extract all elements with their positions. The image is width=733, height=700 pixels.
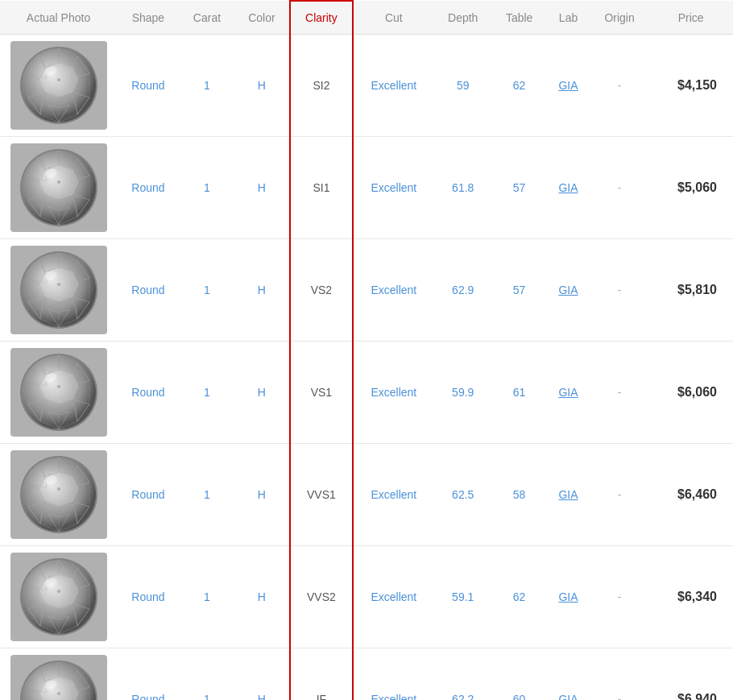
table-row: Round 1 H VS1 Excellent 59.9 61 GIA - $6… <box>0 342 733 444</box>
svg-point-38 <box>57 180 60 184</box>
cell-photo <box>0 546 117 648</box>
cell-shape: Round <box>117 342 180 444</box>
cell-carat: 1 <box>180 137 234 239</box>
cell-clarity: VVS2 <box>290 546 353 648</box>
cell-color: H <box>234 137 290 239</box>
cell-depth: 62.9 <box>433 239 492 342</box>
cell-shape: Round <box>117 444 180 546</box>
cell-table: 57 <box>492 239 546 342</box>
cell-origin: - <box>590 239 649 342</box>
svg-point-98 <box>57 487 60 491</box>
cell-depth: 62.5 <box>433 444 492 546</box>
cell-price: $5,060 <box>648 137 733 239</box>
cell-carat: 1 <box>180 444 234 546</box>
cell-origin: - <box>590 137 649 239</box>
cell-clarity: VS2 <box>290 239 353 342</box>
cell-carat: 1 <box>180 342 234 444</box>
cell-cut: Excellent <box>353 444 433 546</box>
cell-clarity: VS1 <box>290 342 353 444</box>
cell-table: 58 <box>492 444 546 546</box>
cell-price: $6,460 <box>648 444 733 546</box>
col-header-actual-photo: Actual Photo <box>0 1 117 35</box>
cell-table: 61 <box>492 342 546 444</box>
cell-photo <box>0 239 117 342</box>
diamond-image <box>10 41 107 130</box>
cell-price: $5,810 <box>648 239 733 342</box>
cell-depth: 59 <box>433 35 492 137</box>
cell-clarity: IF <box>290 648 353 701</box>
cell-lab[interactable]: GIA <box>546 444 590 546</box>
cell-shape: Round <box>117 35 180 137</box>
cell-shape: Round <box>117 546 180 648</box>
col-header-carat: Carat <box>180 1 234 35</box>
diamond-image <box>10 655 107 700</box>
table-row: Round 1 H SI1 Excellent 61.8 57 GIA - $5… <box>0 137 733 239</box>
cell-lab[interactable]: GIA <box>546 342 590 444</box>
cell-table: 62 <box>492 546 546 648</box>
cell-depth: 62.2 <box>433 648 492 701</box>
cell-lab[interactable]: GIA <box>546 35 590 137</box>
cell-cut: Excellent <box>353 648 433 701</box>
cell-lab[interactable]: GIA <box>546 546 590 648</box>
cell-photo <box>0 137 117 239</box>
svg-point-138 <box>57 692 60 695</box>
cell-table: 60 <box>492 648 546 701</box>
cell-origin: - <box>590 444 649 546</box>
cell-color: H <box>234 444 290 546</box>
cell-origin: - <box>590 35 649 137</box>
cell-price: $6,340 <box>648 546 733 648</box>
cell-cut: Excellent <box>353 546 433 648</box>
table-row: Round 1 H IF Excellent 62.2 60 GIA - $6,… <box>0 648 733 701</box>
cell-clarity: SI1 <box>290 137 353 239</box>
diamond-image <box>10 553 107 641</box>
diamond-image <box>10 348 107 437</box>
col-header-table: Table <box>492 1 546 35</box>
cell-carat: 1 <box>180 648 234 701</box>
cell-carat: 1 <box>180 239 234 342</box>
diamond-table-container: Actual Photo Shape Carat Color Clarity C… <box>0 0 733 700</box>
col-header-origin: Origin <box>590 1 649 35</box>
cell-lab[interactable]: GIA <box>546 648 590 701</box>
cell-color: H <box>234 648 290 701</box>
cell-carat: 1 <box>180 35 234 137</box>
table-row: Round 1 H VVS2 Excellent 59.1 62 GIA - $… <box>0 546 733 648</box>
cell-shape: Round <box>117 137 180 239</box>
col-header-shape: Shape <box>117 1 180 35</box>
cell-price: $6,940 <box>648 648 733 701</box>
cell-carat: 1 <box>180 546 234 648</box>
cell-table: 57 <box>492 137 546 239</box>
col-header-lab: Lab <box>546 1 590 35</box>
col-header-color: Color <box>234 1 290 35</box>
cell-depth: 61.8 <box>433 137 492 239</box>
svg-point-58 <box>57 283 60 286</box>
svg-point-18 <box>57 78 60 81</box>
table-row: Round 1 H SI2 Excellent 59 62 GIA - $4,1… <box>0 35 733 137</box>
diamond-image <box>10 450 107 539</box>
col-header-depth: Depth <box>433 1 492 35</box>
cell-origin: - <box>590 342 649 444</box>
cell-lab[interactable]: GIA <box>546 137 590 239</box>
cell-color: H <box>234 239 290 342</box>
cell-color: H <box>234 35 290 137</box>
cell-lab[interactable]: GIA <box>546 239 590 342</box>
cell-cut: Excellent <box>353 137 433 239</box>
cell-photo <box>0 444 117 546</box>
cell-cut: Excellent <box>353 342 433 444</box>
cell-photo <box>0 35 117 137</box>
cell-price: $4,150 <box>648 35 733 137</box>
cell-color: H <box>234 546 290 648</box>
table-header-row: Actual Photo Shape Carat Color Clarity C… <box>0 1 733 35</box>
svg-point-118 <box>57 590 60 593</box>
cell-price: $6,060 <box>648 342 733 444</box>
col-header-price: Price <box>648 1 733 35</box>
cell-color: H <box>234 342 290 444</box>
cell-table: 62 <box>492 35 546 137</box>
cell-clarity: SI2 <box>290 35 353 137</box>
table-row: Round 1 H VS2 Excellent 62.9 57 GIA - $5… <box>0 239 733 342</box>
cell-depth: 59.1 <box>433 546 492 648</box>
svg-point-78 <box>57 385 60 388</box>
cell-depth: 59.9 <box>433 342 492 444</box>
cell-photo <box>0 342 117 444</box>
col-header-cut: Cut <box>353 1 433 35</box>
diamond-image <box>10 143 107 232</box>
